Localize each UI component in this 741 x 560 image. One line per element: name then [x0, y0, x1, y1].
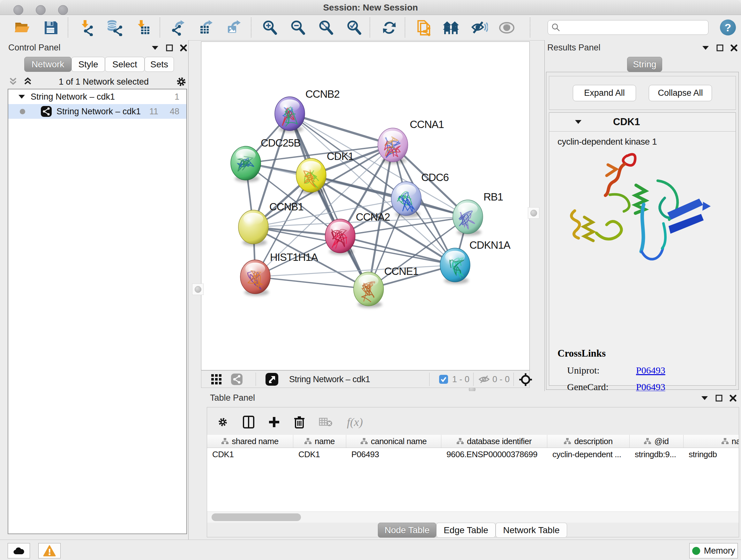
tab-network[interactable]: Network [24, 57, 71, 72]
memory-button[interactable]: Memory [689, 543, 738, 558]
expand-all-button[interactable]: Expand All [573, 85, 636, 101]
eye-gray-icon[interactable] [498, 19, 516, 36]
cell[interactable]: stringdb:9... [630, 448, 684, 461]
crosslink-label: Uniprot: [567, 365, 636, 376]
crosslink-link[interactable]: P06493 [636, 365, 665, 376]
network-node-HIST1H1A[interactable] [240, 260, 270, 296]
export-image-icon[interactable] [225, 19, 243, 36]
tab-node-table[interactable]: Node Table [378, 523, 436, 538]
attribute-icon [360, 438, 367, 444]
gene-collapse-caret-icon[interactable] [574, 119, 583, 125]
column-header-description[interactable]: description [547, 435, 630, 448]
cell[interactable]: cyclin-dependent ... [547, 448, 630, 461]
selected-checkbox-icon[interactable] [439, 374, 448, 384]
tab-network-table[interactable]: Network Table [495, 523, 567, 538]
collapse-all-tree-icon[interactable] [8, 76, 18, 87]
zoom-out-icon[interactable] [289, 19, 307, 36]
home-pair-icon[interactable] [442, 19, 460, 36]
tab-edge-table[interactable]: Edge Table [436, 523, 495, 538]
network-node-CDKN1A[interactable] [440, 248, 470, 284]
cell[interactable]: CDK1 [207, 448, 293, 461]
cell[interactable]: 9606.ENSP00000378699 [441, 448, 547, 461]
grid-view-icon[interactable] [211, 374, 222, 385]
table-settings-gear-icon[interactable] [217, 416, 229, 428]
status-bar: Memory [0, 540, 741, 560]
tab-sets[interactable]: Sets [145, 57, 174, 72]
zoom-selected-icon[interactable] [345, 19, 363, 36]
scrollbar-thumb[interactable] [212, 513, 301, 521]
zoom-in-icon[interactable] [261, 19, 279, 36]
node-label-CDKN1A: CDKN1A [469, 239, 511, 251]
crosshair-icon[interactable] [519, 373, 533, 387]
network-node-RB1[interactable] [453, 200, 483, 236]
column-header--id[interactable]: @id [630, 435, 684, 448]
table-row[interactable]: CDK1CDK1P064939606.ENSP00000378699cyclin… [207, 448, 739, 461]
string-network-badge-icon[interactable] [231, 373, 243, 385]
network-node-CDC6[interactable] [391, 182, 421, 217]
tab-string[interactable]: String [627, 57, 662, 72]
network-node-CCNE1[interactable] [354, 272, 384, 308]
panel-float-icon[interactable] [716, 395, 723, 401]
network-node-CCNB2[interactable] [275, 97, 305, 132]
network-node-CCNB1[interactable] [239, 210, 268, 246]
tab-style[interactable]: Style [71, 57, 105, 72]
network-node-CDC25B[interactable] [231, 146, 261, 182]
zoom-fit-icon[interactable] [317, 19, 335, 36]
network-collection-row[interactable]: String Network – cdk1 1 [8, 89, 186, 104]
column-header-name[interactable]: name [293, 435, 346, 448]
save-icon[interactable] [42, 19, 60, 36]
cell[interactable]: P06493 [346, 448, 441, 461]
panel-float-icon[interactable] [717, 44, 724, 51]
help-icon[interactable]: ? [720, 19, 736, 36]
column-header-namespace[interactable]: namespace [684, 435, 739, 448]
hidden-eye-icon[interactable] [478, 374, 490, 384]
panel-close-icon[interactable] [180, 44, 187, 51]
crosslink-link[interactable]: P06493 [636, 381, 665, 392]
control-panel-tabs: NetworkStyleSelectSets [24, 57, 174, 72]
import-database-icon[interactable] [106, 19, 124, 36]
panel-menu-caret-icon[interactable] [151, 45, 159, 51]
export-table-icon[interactable] [197, 19, 215, 36]
search-input[interactable] [564, 22, 708, 33]
panel-float-icon[interactable] [166, 44, 173, 51]
network-node-CCNA1[interactable] [378, 128, 408, 164]
import-table-icon[interactable] [135, 19, 152, 36]
warnings-button[interactable] [38, 543, 61, 558]
eye-slash-icon[interactable] [470, 19, 488, 36]
network-row-selected[interactable]: String Network – cdk1 11 48 [8, 104, 186, 119]
expand-all-tree-icon[interactable] [23, 76, 32, 87]
refresh-icon[interactable] [381, 19, 398, 36]
cell[interactable]: CDK1 [293, 448, 346, 461]
table-panel-title: Table Panel [210, 393, 255, 403]
table-tabs: Node TableEdge TableNetwork Table [378, 523, 567, 538]
string-import-icon[interactable] [415, 19, 433, 36]
left-splitter-handle[interactable] [192, 284, 204, 295]
open-folder-icon[interactable] [13, 19, 31, 36]
network-node-CDK1[interactable] [296, 159, 326, 194]
panel-menu-caret-icon[interactable] [702, 45, 710, 51]
cell[interactable]: stringdb [684, 448, 739, 461]
network-options-gear-icon[interactable] [175, 75, 188, 88]
selected-count: 1 - 0 [452, 374, 469, 384]
search-box[interactable] [548, 20, 709, 35]
panel-close-icon[interactable] [731, 44, 738, 51]
table-horizontal-scrollbar[interactable] [207, 511, 739, 523]
tree-expand-caret-icon[interactable] [18, 94, 25, 100]
show-columns-icon[interactable] [243, 416, 254, 428]
panel-menu-caret-icon[interactable] [701, 395, 709, 401]
birds-eye-view-icon[interactable] [265, 373, 279, 386]
export-network-icon[interactable] [169, 19, 187, 36]
tab-select[interactable]: Select [105, 57, 145, 72]
network-canvas[interactable]: CCNB2CCNA1CDC25BCDK1CDC6RB1CCNB1CCNA2CDK… [201, 42, 530, 370]
column-header-database-identifier[interactable]: database identifier [441, 435, 547, 448]
column-header-shared-name[interactable]: shared name [207, 435, 293, 448]
delete-column-trash-icon[interactable] [294, 416, 305, 428]
column-header-canonical-name[interactable]: canonical name [346, 435, 441, 448]
cloud-button[interactable] [8, 543, 30, 558]
panel-close-icon[interactable] [730, 395, 737, 401]
network-node-CCNA2[interactable] [325, 219, 355, 255]
import-network-icon[interactable] [78, 19, 96, 36]
create-column-plus-icon[interactable] [268, 416, 280, 428]
collapse-all-button[interactable]: Collapse All [649, 85, 712, 101]
right-splitter-handle[interactable] [528, 207, 539, 219]
